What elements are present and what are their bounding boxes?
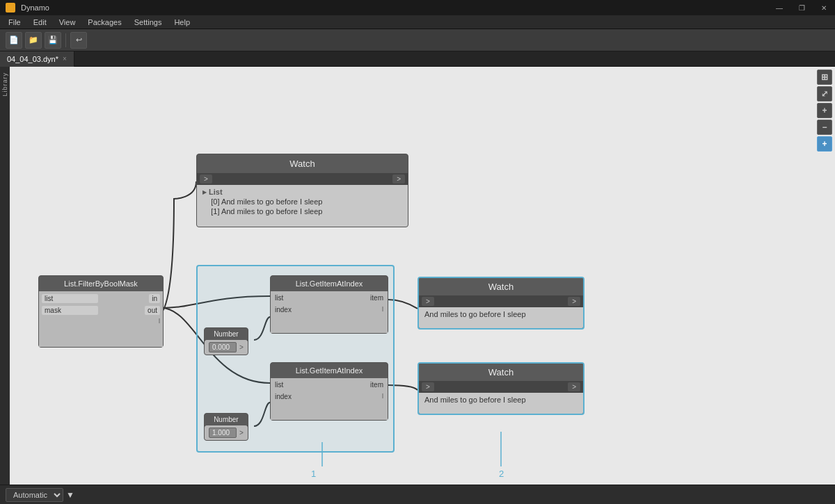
watch-node-top-port-right[interactable]: > [392,174,405,184]
getitem-bottom-port-index: index [275,393,331,400]
filter-port-out: out [145,306,160,315]
toolbar-separator [65,33,66,47]
watch-right-top-ports: > > [419,295,583,307]
watch-right-bottom-body: And miles to go before I sleep [419,393,583,414]
menu-item-settings[interactable]: Settings [129,17,168,28]
number-node-top: Number 0.000 > [204,327,248,355]
watch-right-bottom-port-left[interactable]: > [422,382,434,391]
watch-right-top-port-left[interactable]: > [422,297,434,306]
watch-right-top-header: Watch [419,278,583,295]
left-sidebar: Library [0,67,10,485]
watch-node-top-ports: > > [197,173,408,185]
getitem-top-ports-right: item l [335,291,388,333]
restore-button[interactable]: ❐ [790,0,813,15]
getitem-top-port-index: index [275,306,331,314]
getitem-top-header: List.GetItemAtIndex [271,276,388,291]
number-bottom-body: 1.000 > [205,425,248,440]
zoom-in-button[interactable]: + [817,103,832,118]
getitem-node-top: List.GetItemAtIndex list index item l [270,275,388,334]
tab-close[interactable]: × [63,55,67,63]
toolbar: 📄 📁 💾 ↩ [0,29,835,51]
getitem-top-port-dot: l [382,306,383,313]
fit-view-button[interactable]: ⤢ [817,86,832,101]
app-icon [6,3,15,13]
number-top-body: 0.000 > [205,340,248,355]
filter-port-in: in [149,294,160,303]
right-controls: ⊞ ⤢ + − + [817,70,832,152]
close-button[interactable]: ✕ [813,0,835,15]
undo-button[interactable]: ↩ [70,32,87,49]
number-bottom-header: Number [205,414,248,425]
watch-node-top: Watch > > ▸ List [0] And miles to go bef… [196,154,408,227]
menu-bar: FileEditViewPackagesSettingsHelp [0,15,835,29]
group-2-label: 2 [499,469,504,479]
filter-node: List.FilterByBoolMask list mask in out l [38,275,164,348]
tab-active[interactable]: 04_04_03.dyn* × [0,51,74,67]
watch-node-top-item-0: [0] And miles to go before I sleep [202,197,402,206]
watch-node-right-bottom: Watch > > And miles to go before I sleep [418,362,584,415]
filter-port-mask: mask [42,306,98,315]
getitem-bottom-port-dot: l [382,393,383,400]
save-button[interactable]: 💾 [45,32,61,49]
watch-right-top-port-right[interactable]: > [568,297,580,306]
new-button[interactable]: 📄 [6,32,22,49]
getitem-bottom-ports-right: item l [335,378,388,420]
menu-item-file[interactable]: File [3,17,26,28]
watch-right-top-body: And miles to go before I sleep [419,307,583,328]
tab-name: 04_04_03.dyn* [7,55,58,63]
add-button[interactable]: + [817,136,832,152]
getitem-top-port-list: list [275,294,331,302]
filter-node-ports-right: in out l [101,291,163,347]
filter-node-header: List.FilterByBoolMask [39,276,163,291]
tab-bar: 04_04_03.dyn* × [0,51,835,67]
getitem-bottom-ports-left: list index [271,378,335,420]
number-bottom-arrow: > [239,429,244,437]
menu-item-view[interactable]: View [54,17,81,28]
getitem-node-bottom: List.GetItemAtIndex list index item l [270,362,388,421]
watch-node-top-port-left[interactable]: > [200,174,212,184]
number-top-arrow: > [239,343,244,351]
number-top-header: Number [205,328,248,340]
number-node-bottom: Number 1.000 > [204,413,248,441]
zoom-out-button[interactable]: − [817,120,832,135]
menu-item-packages[interactable]: Packages [82,17,127,28]
getitem-bottom-port-item: item [370,381,383,389]
app-title: Dynamo [21,3,49,12]
watch-right-top-value: And miles to go before I sleep [424,310,526,318]
watch-right-bottom-value: And miles to go before I sleep [424,396,526,404]
watch-right-bottom-header: Watch [419,364,583,381]
number-bottom-value[interactable]: 1.000 [209,428,237,438]
run-mode-dropdown[interactable]: Automatic [6,488,63,502]
getitem-bottom-header: List.GetItemAtIndex [271,363,388,378]
window-controls: — ❐ ✕ [768,0,835,15]
menu-item-help[interactable]: Help [168,17,196,28]
watch-node-top-list-header: ▸ List [202,188,402,197]
number-top-value[interactable]: 0.000 [209,342,237,352]
watch-node-top-header: Watch [197,154,408,173]
filter-node-ports-left: list mask [39,291,101,347]
title-bar: Dynamo — ❐ ✕ [0,0,835,15]
watch-node-right-top: Watch > > And miles to go before I sleep [418,277,584,330]
getitem-bottom-ports: list index item l [271,378,388,420]
filter-node-ports: list mask in out l [39,291,163,347]
canvas-area[interactable]: Library ⊞ ⤢ + − + Watch > > [0,67,835,485]
sidebar-label: Library [1,72,8,97]
filter-port-bottom: l [159,318,160,325]
watch-right-bottom-ports: > > [419,381,583,393]
filter-port-list: list [42,294,98,303]
menu-item-edit[interactable]: Edit [28,17,52,28]
getitem-bottom-port-list: list [275,381,331,389]
watch-node-top-body: ▸ List [0] And miles to go before I slee… [197,185,408,227]
open-button[interactable]: 📁 [25,32,42,49]
watch-right-bottom-port-right[interactable]: > [568,382,580,391]
group-1-label: 1 [311,469,316,479]
map-toggle-button[interactable]: ⊞ [817,70,832,85]
watch-node-top-item-1: [1] And miles to go before I sleep [202,206,402,216]
status-bar: Automatic ▼ [0,485,835,504]
getitem-top-port-item: item [370,294,383,302]
getitem-top-ports: list index item l [271,291,388,333]
dropdown-arrow: ▼ [66,490,74,500]
getitem-top-ports-left: list index [271,291,335,333]
minimize-button[interactable]: — [768,0,790,15]
